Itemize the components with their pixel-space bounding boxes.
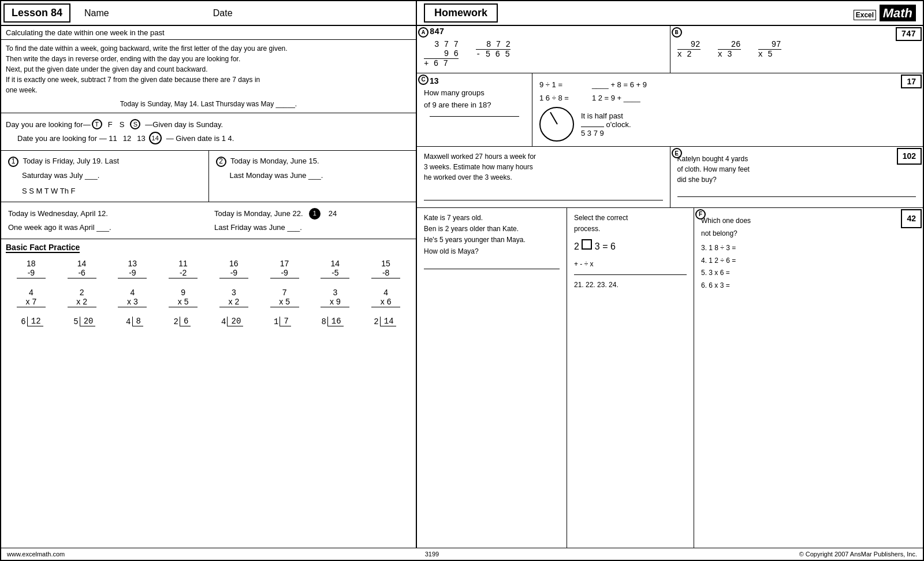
mul-7: 3 x 9 xyxy=(321,288,349,307)
c-question: How many groups of 9 are there in 18? xyxy=(424,78,525,117)
instruction-line-5: one week. xyxy=(6,85,411,95)
section-f-mid: Select the correctprocess. 2 3 = 6 + - ÷… xyxy=(567,208,694,548)
math-a-col1: 3 7 7 9 6 + 6 7 xyxy=(424,40,459,68)
div-2: 5 20 xyxy=(73,317,95,326)
section-d: 17 9 ÷ 1 = 1 6 ÷ 8 = ____ + 8 = 6 + 9 1 … xyxy=(532,73,923,146)
belong-2: 4. 1 2 ÷ 6 = xyxy=(701,255,916,268)
belong-3: 5. 3 x 6 = xyxy=(701,267,916,280)
date-12: 12 xyxy=(123,134,131,143)
instruction-line-4: If it is exactly one week, subtract 7 fr… xyxy=(6,75,411,85)
math-a-col2: 8 7 2 - 5 6 5 xyxy=(476,40,511,68)
lesson-label: Lesson 84 xyxy=(3,3,70,23)
instruction-line-3: Next, put the given date under the given… xyxy=(6,64,411,75)
mul-4: 9 x 5 xyxy=(169,288,198,307)
problem-2: 2 Today is Monday, June 15. Last Monday … xyxy=(209,151,416,202)
belong-4: 6. 6 x 3 = xyxy=(701,280,916,292)
which-belongs: Which one doesnot belong? xyxy=(701,213,916,240)
problems-section: 1 Today is Friday, July 19. Last Saturda… xyxy=(1,151,416,202)
bp1-today: Today is Wednesday, April 12. xyxy=(8,207,203,220)
sub-2: 14 -6 xyxy=(68,259,96,278)
d-div2: 1 6 ÷ 8 = xyxy=(539,94,569,102)
p1-sat: Saturday was July ___. xyxy=(22,170,202,182)
mul-8: 4 x 6 xyxy=(371,288,400,307)
p2-text: 2 Today is Monday, June 15. Last Monday … xyxy=(216,155,409,182)
div-3: 4 8 xyxy=(126,317,143,326)
section-c: C 13 How many groups of 9 are there in 1… xyxy=(417,73,532,146)
section-a: A 847 3 7 7 9 6 + 6 7 8 7 2 - 5 6 5 xyxy=(417,26,670,73)
num-circle-1: 1 xyxy=(309,208,321,220)
d-div1: 9 ÷ 1 = xyxy=(539,80,569,89)
sub-8: 15 -8 xyxy=(371,259,400,278)
sub-4: 11 -2 xyxy=(169,259,198,278)
circle-1: 1 xyxy=(8,157,18,167)
circle-2: 2 xyxy=(216,157,226,167)
example-today: Today is Sunday, May 14. Last Thursday w… xyxy=(6,99,411,109)
right-panel: A 847 3 7 7 9 6 + 6 7 8 7 2 - 5 6 5 xyxy=(417,26,923,548)
label-e: E xyxy=(672,148,682,158)
word-prob2: Katelyn bought 4 yardsof cloth. How many… xyxy=(677,151,916,185)
sub-5: 16 -9 xyxy=(219,259,248,278)
d-right: ____ + 8 = 6 + 9 1 2 = 9 + ____ xyxy=(592,80,647,102)
copyright: © Copyright 2007 AnsMar Publishers, Inc. xyxy=(799,551,917,558)
div-7: 8 16 xyxy=(321,317,343,326)
hw-row-cd: C 13 How many groups of 9 are there in 1… xyxy=(417,73,923,147)
fact-row-2-nums: 4 x 7 2 x 2 4 x 3 9 x 5 xyxy=(6,288,411,307)
label-a: A xyxy=(418,27,429,38)
answer-f: 42 xyxy=(901,209,922,228)
clock-area: It is half past o'clock. 5 3 7 9 xyxy=(539,107,916,142)
clock-numbers: 5 3 7 9 xyxy=(581,129,631,138)
d-content: 9 ÷ 1 = 1 6 ÷ 8 = ____ + 8 = 6 + 9 1 2 =… xyxy=(539,78,916,102)
bp1-week: One week ago it was April ___. xyxy=(8,221,203,234)
hw-row-ab: A 847 3 7 7 9 6 + 6 7 8 7 2 - 5 6 5 xyxy=(417,26,923,73)
day-line: Day you are looking for— T F S S —Given … xyxy=(6,119,411,129)
select-line xyxy=(574,274,687,275)
section-f-left: Kate is 7 years old.Ben is 2 years older… xyxy=(417,208,567,548)
page-footer: www.excelmath.com 3199 © Copyright 2007 … xyxy=(1,548,923,560)
sub-7: 14 -5 xyxy=(321,259,349,278)
b-col2: 26 x 3 xyxy=(718,40,741,59)
answer-a: 847 xyxy=(430,27,444,36)
page-header: Lesson 84 Name Date Homework Excel Math xyxy=(1,1,923,26)
bp2-today: Today is Monday, June 22. xyxy=(214,207,303,220)
clock xyxy=(539,107,574,142)
p1-days: S S M T W Th F xyxy=(22,185,202,198)
page-number: 3199 xyxy=(425,551,439,558)
solve-line-2 xyxy=(677,196,916,197)
label-c: C xyxy=(418,75,429,85)
bp2-last: Last Friday was June ___. xyxy=(214,221,409,234)
day-S: S xyxy=(120,120,125,129)
section-e-left: Maxwell worked 27 hours a week for3 week… xyxy=(417,147,670,207)
instruction-line-2: Then write the days in reverse order, en… xyxy=(6,54,411,64)
b-col1: 92 x 2 xyxy=(677,40,701,59)
select-nums: 21. 22. 23. 24. xyxy=(574,280,687,291)
date-label: Date xyxy=(213,8,233,18)
division-row: 6 12 5 20 4 8 2 6 xyxy=(6,317,411,326)
p1-text: 1 Today is Friday, July 19. Last Saturda… xyxy=(8,155,202,197)
circle-S: S xyxy=(130,119,143,129)
div-6: 1 7 xyxy=(274,317,291,326)
instructions: To find the date within a week, going ba… xyxy=(1,40,416,113)
mul-2: 2 x 2 xyxy=(68,288,96,307)
date-line: Date you are looking for — 11 12 13 14 —… xyxy=(17,132,411,144)
belong-1: 3. 1 8 ÷ 3 = xyxy=(701,242,916,255)
section-b: B 747 92 x 2 26 x 3 97 x 5 xyxy=(670,26,923,73)
div-1: 6 12 xyxy=(21,317,43,326)
solve-line-1 xyxy=(424,200,663,200)
given-day-label: —Given day is Sunday. xyxy=(145,120,223,129)
hw-row-f: Kate is 7 years old.Ben is 2 years older… xyxy=(417,208,923,548)
sub-3: 13 -9 xyxy=(118,259,147,278)
div-5: 4 20 xyxy=(221,317,243,326)
instruction-line-1: To find the date within a week, going ba… xyxy=(6,43,411,54)
word-prob3: Kate is 7 years old.Ben is 2 years older… xyxy=(424,213,560,257)
section-title: Calculating the date within one week in … xyxy=(1,26,416,40)
div-8: 2 14 xyxy=(374,317,396,326)
sub-6: 17 -9 xyxy=(270,259,299,278)
math-a: 3 7 7 9 6 + 6 7 8 7 2 - 5 6 5 xyxy=(424,31,663,68)
section-e-right: E 102 Katelyn bought 4 yardsof cloth. Ho… xyxy=(670,147,923,207)
name-label: Name xyxy=(84,8,109,18)
math-a-inner: 3 7 7 9 6 + 6 7 8 7 2 - 5 6 5 xyxy=(424,40,663,68)
word-prob1: Maxwell worked 27 hours a week for3 week… xyxy=(424,151,663,183)
select-ops: + - ÷ x xyxy=(574,259,687,270)
answer-b: 747 xyxy=(896,27,922,41)
left-panel: Calculating the date within one week in … xyxy=(1,26,417,548)
